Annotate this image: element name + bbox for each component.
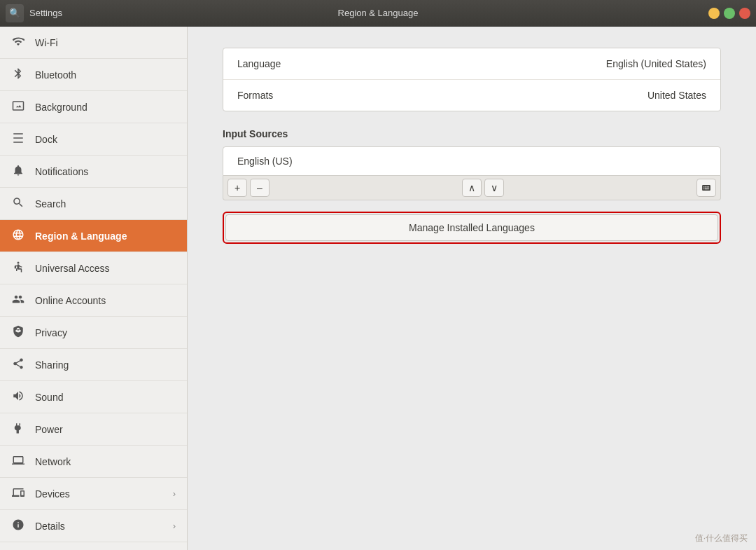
close-button[interactable]: ✕ [739,8,750,19]
sidebar-item-wifi[interactable]: Wi-Fi [0,27,187,59]
titlebar: 🔍 Settings Region & Language – □ ✕ [0,0,756,27]
search-icon [11,196,25,212]
sidebar-label-search: Search [35,198,176,209]
sidebar: Wi-Fi Bluetooth Background Dock Notifica [0,27,188,550]
move-up-button[interactable]: ∧ [462,179,482,197]
input-sources-title: Input Sources [223,128,721,139]
main-container: Wi-Fi Bluetooth Background Dock Notifica [0,27,756,550]
sharing-icon [11,357,25,373]
notifications-icon [11,164,25,179]
sidebar-label-sharing: Sharing [35,359,176,371]
region-icon [11,228,25,244]
sidebar-label-region: Region & Language [35,231,176,242]
sidebar-item-background[interactable]: Background [0,91,187,123]
power-icon [11,422,25,437]
svg-point-0 [18,261,20,263]
language-value: English (United States) [606,58,706,69]
titlebar-app-title: Settings [29,8,62,18]
sidebar-item-privacy[interactable]: Privacy [0,317,187,349]
sidebar-item-power[interactable]: Power [0,413,187,446]
sidebar-item-region[interactable]: Region & Language [0,220,187,252]
devices-icon [11,486,25,502]
formats-label: Formats [237,90,648,101]
sidebar-item-network[interactable]: Network [0,446,187,478]
maximize-button[interactable]: □ [724,8,735,19]
dock-icon [11,132,25,147]
sidebar-label-power: Power [35,424,176,435]
sidebar-label-devices: Devices [35,488,163,500]
background-icon [11,99,25,115]
bluetooth-icon [11,67,25,83]
sidebar-item-dock[interactable]: Dock [0,123,187,156]
minimize-button[interactable]: – [708,8,720,19]
formats-row[interactable]: Formats United States [223,80,720,111]
move-down-button[interactable]: ∨ [484,179,504,197]
sidebar-label-background: Background [35,102,176,113]
sound-icon [11,390,25,405]
sidebar-label-online-accounts: Online Accounts [35,295,176,306]
formats-value: United States [648,90,706,101]
sidebar-label-notifications: Notifications [35,166,176,177]
input-source-list: English (US) [223,146,721,176]
manage-installed-languages-button[interactable]: Manage Installed Languages [225,214,718,241]
remove-input-source-button[interactable]: – [250,179,270,197]
sidebar-label-dock: Dock [35,134,176,145]
sidebar-label-details: Details [35,521,163,532]
details-arrow-icon: › [173,521,176,531]
sidebar-item-sound[interactable]: Sound [0,381,187,413]
watermark: 值·什么值得买 [695,532,748,544]
add-input-source-button[interactable]: + [227,179,247,197]
input-source-item[interactable]: English (US) [223,147,720,175]
language-label: Language [237,58,606,69]
online-accounts-icon [11,293,25,308]
sidebar-item-sharing[interactable]: Sharing [0,349,187,381]
keyboard-settings-button[interactable] [696,179,716,197]
sidebar-item-notifications[interactable]: Notifications [0,156,187,188]
input-sources-section: Input Sources English (US) + – ∧ ∨ [223,128,721,200]
language-row[interactable]: Language English (United States) [223,48,720,80]
titlebar-search-button[interactable]: 🔍 [6,4,24,22]
manage-languages-wrapper: Manage Installed Languages [223,212,721,244]
titlebar-controls: – □ ✕ [708,8,750,19]
sidebar-item-search[interactable]: Search [0,188,187,220]
sidebar-item-online-accounts[interactable]: Online Accounts [0,284,187,317]
sidebar-label-privacy: Privacy [35,327,176,338]
sidebar-label-universal-access: Universal Access [35,263,176,274]
titlebar-page-title: Region & Language [338,8,419,18]
sidebar-item-universal-access[interactable]: Universal Access [0,252,187,284]
sidebar-item-bluetooth[interactable]: Bluetooth [0,59,187,91]
titlebar-left: 🔍 Settings [6,4,62,22]
privacy-icon [11,325,25,341]
details-icon [11,518,25,534]
content-area: Language English (United States) Formats… [188,27,756,550]
sidebar-label-wifi: Wi-Fi [35,37,176,48]
sidebar-label-sound: Sound [35,392,176,403]
language-formats-card: Language English (United States) Formats… [223,48,721,111]
sidebar-label-bluetooth: Bluetooth [35,69,176,81]
sidebar-item-details[interactable]: Details › [0,510,187,542]
devices-arrow-icon: › [173,488,176,499]
input-source-toolbar: + – ∧ ∨ [223,176,721,200]
sidebar-item-devices[interactable]: Devices › [0,478,187,510]
network-icon [11,454,25,469]
wifi-icon [11,35,25,50]
sidebar-label-network: Network [35,456,176,467]
universal-access-icon [11,261,25,276]
